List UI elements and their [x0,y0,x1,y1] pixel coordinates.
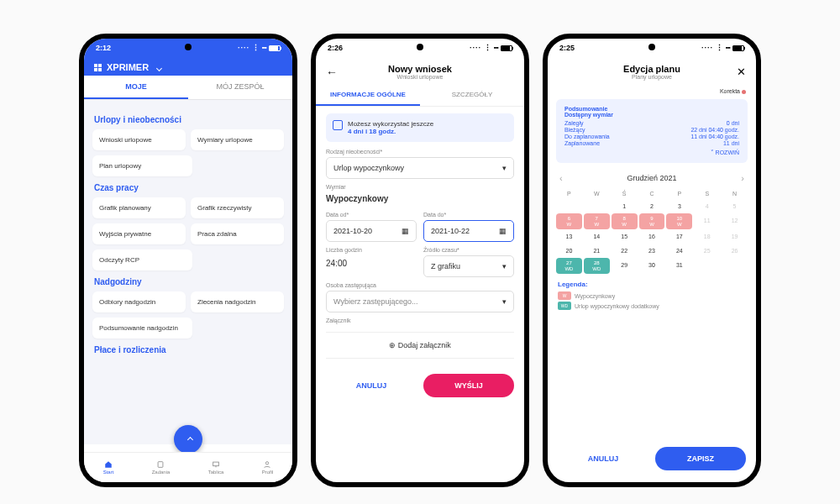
tile[interactable]: Zlecenia nadgodzin [191,291,284,312]
hours-value: 24:00 [326,255,417,271]
summary-card: Podsumowanie Dostępny wymiar Zaległy0 dn… [556,99,748,163]
app-grid-icon[interactable] [94,64,102,71]
calendar-day[interactable]: 31 [666,258,692,274]
label: Wymiar [326,184,514,190]
fab-button[interactable] [174,425,202,454]
calendar-day[interactable]: 16 [639,229,665,244]
calendar-icon: ▦ [402,227,409,235]
save-button[interactable]: ZAPISZ [655,447,746,470]
calendar-day[interactable]: 13 [556,229,582,244]
status-icons: ····⋮╍ [238,44,281,52]
next-month-button[interactable]: › [741,173,744,183]
expand-button[interactable]: ˅ ROZWIŃ [564,150,739,156]
tab-moje[interactable]: MOJE [84,76,188,99]
calendar-day[interactable]: 22 [612,244,638,258]
label: Rodzaj nieobecności* [326,149,514,155]
calendar-day[interactable]: 21 [584,244,610,258]
calendar-day[interactable]: 27WD [556,258,582,274]
tab-info[interactable]: INFORMACJE OGÓLNE [316,85,420,106]
substitute-select[interactable]: Wybierz zastępującego...▾ [326,291,514,312]
tab-details[interactable]: SZCZEGÓŁY [420,85,524,106]
svg-rect-1 [213,462,219,466]
nav-tablica[interactable]: Tablica [208,460,224,475]
calendar-day[interactable]: 10W [666,213,692,229]
tile[interactable]: Odczyty RCP [92,249,192,270]
label: Osoba zastępująca [326,282,514,288]
calendar-day[interactable]: 20 [556,244,582,258]
date-to-input[interactable]: 2021-10-22▦ [423,220,514,242]
calendar-day[interactable]: 6W [556,213,582,229]
calendar-day[interactable]: 14 [584,229,610,244]
calendar: PWŚCPSN 12345 6W7W8W9W10W1112 1314151617… [548,188,756,274]
page-subtitle: Plany urlopowe [558,74,746,80]
clock: 2:12 [96,44,111,52]
camera-notch [648,44,655,50]
calendar-day[interactable]: 29 [612,258,638,274]
bottom-nav: Start Zadania Tablica Profil [84,452,292,482]
time-source-select[interactable]: Z grafiku▾ [423,255,514,277]
page-title: Nowy wniosek [326,64,514,74]
date-from-input[interactable]: 2021-10-20▦ [326,220,417,242]
status-icons: ····⋮╍ [470,44,512,52]
page-title: Edycja planu [558,64,746,74]
tile[interactable]: Wnioski urlopowe [92,129,186,150]
camera-notch [185,44,192,50]
tile[interactable]: Grafik rzeczywisty [191,197,284,218]
submit-button[interactable]: WYŚLIJ [423,374,514,397]
tile[interactable]: Wymiary urlopowe [191,129,284,150]
action-buttons: ANULUJ WYŚLIJ [316,365,524,406]
cancel-button[interactable]: ANULUJ [558,447,648,470]
brand-chevron-down-icon[interactable] [154,62,161,72]
calendar-day[interactable]: 15 [612,229,638,244]
calendar-day[interactable]: 9W [639,213,665,229]
nav-profil[interactable]: Profil [262,460,274,475]
main-tabs: MOJE MÓJ ZESPÓŁ [84,76,292,100]
legend-swatch: W [558,291,571,300]
tile[interactable]: Wyjścia prywatne [92,223,186,244]
calendar-day[interactable]: 28WD [584,258,610,274]
page-header: ← Nowy wniosek Wnioski urlopowe [316,57,524,85]
calendar-day[interactable]: 30 [639,258,665,274]
dimension-value: Wypoczynkowy [326,192,514,207]
phone-home: 2:12 ····⋮╍ XPRIMER MOJE MÓJ ZESPÓŁ Urlo… [79,34,297,487]
page-subtitle: Wnioski urlopowe [326,74,514,80]
page-header: Edycja planu Plany urlopowe ✕ [548,57,756,85]
back-button[interactable]: ← [326,66,338,79]
tile[interactable]: Praca zdalna [191,223,284,244]
calendar-day[interactable]: 8W [612,213,638,229]
nav-zadania[interactable]: Zadania [152,460,171,475]
section-header: Płace i rozliczenia [94,345,282,354]
svg-point-2 [266,462,269,465]
phone-edit-plan: 2:25 ····⋮╍ Edycja planu Plany urlopowe … [543,34,761,487]
absence-type-select[interactable]: Urlop wypoczynkowy▾ [326,157,514,179]
korekta-badge: Korekta [548,85,756,94]
label: Data od* [326,212,417,218]
label: Źródło czasu* [423,247,514,253]
tile[interactable]: Grafik planowany [92,197,186,218]
tab-moj-zespol[interactable]: MÓJ ZESPÓŁ [188,76,292,99]
calendar-day[interactable]: 17 [666,229,692,244]
tile[interactable]: Odbiory nadgodzin [92,291,186,312]
chevron-up-icon [185,432,192,447]
label: Data do* [423,212,514,218]
label: Liczba godzin [326,247,417,253]
app-bar: XPRIMER [84,57,292,76]
clock: 2:25 [559,44,575,52]
calendar-day[interactable]: 7W [584,213,610,229]
add-attachment-button[interactable]: ⊕ Dodaj załącznik [326,332,514,359]
home-scroll[interactable]: Urlopy i nieobecności Wnioski urlopowe W… [84,100,292,444]
tile[interactable]: Podsumowanie nadgodzin [92,318,192,339]
calendar-icon [333,120,343,130]
calendar-nav: ‹ Grudzień 2021 › [548,168,756,188]
month-label: Grudzień 2021 [627,174,676,182]
nav-start[interactable]: Start [103,460,114,475]
form-body: Możesz wykorzystać jeszcze 4 dni i 18 go… [316,107,524,365]
tile[interactable]: Plan urlopowy [92,155,192,176]
cancel-button[interactable]: ANULUJ [326,374,417,397]
brand-name: XPRIMER [107,62,149,72]
calendar-day[interactable]: 24 [666,244,692,258]
calendar-day[interactable]: 23 [639,244,665,258]
prev-month-button[interactable]: ‹ [559,173,563,183]
close-button[interactable]: ✕ [737,66,746,78]
action-buttons: ANULUJ ZAPISZ [548,438,756,479]
